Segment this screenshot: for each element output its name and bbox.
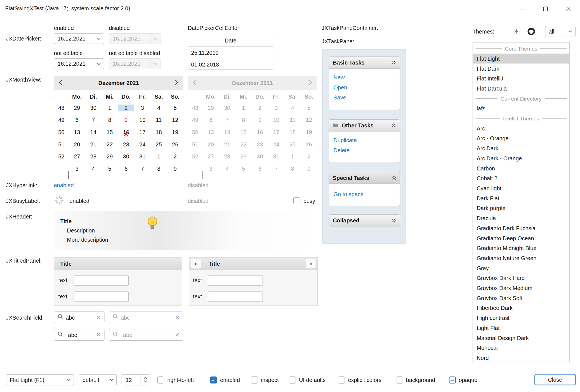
calendar-day[interactable]: 27 bbox=[69, 153, 85, 160]
theme-list-item[interactable]: High contrast bbox=[473, 313, 569, 323]
clear-icon[interactable]: ✕ bbox=[175, 331, 180, 338]
checkbox-enabled[interactable]: ✓enabled bbox=[210, 376, 240, 383]
theme-list-item[interactable]: Flat IntelliJ bbox=[473, 73, 569, 84]
task-link[interactable]: Open bbox=[334, 82, 395, 92]
calendar-day[interactable]: 11 bbox=[150, 117, 167, 123]
calendar-day[interactable]: 19 bbox=[167, 129, 183, 135]
taskpane-collapsed-header[interactable]: Collapsed bbox=[329, 214, 400, 227]
next-button[interactable]: > bbox=[306, 259, 316, 269]
theme-list-item[interactable]: Dark purple bbox=[473, 203, 569, 213]
calendar-day[interactable]: 18 bbox=[150, 129, 167, 135]
clear-icon[interactable]: ✕ bbox=[175, 314, 180, 321]
calendar-day[interactable]: 3 bbox=[69, 165, 85, 172]
calendar-day[interactable]: 12 bbox=[167, 117, 183, 123]
checkbox-box[interactable] bbox=[289, 376, 296, 383]
checkbox-inspect[interactable]: inspect bbox=[251, 376, 279, 383]
checkbox-box[interactable]: ✓ bbox=[210, 376, 217, 383]
text-input[interactable] bbox=[74, 291, 129, 302]
datepicker-not-editable[interactable]: 16.12.2021 bbox=[54, 58, 104, 69]
checkbox-box[interactable] bbox=[338, 376, 345, 383]
calendar-day[interactable]: 2 bbox=[118, 104, 134, 111]
calendar-day[interactable]: 29 bbox=[102, 153, 118, 160]
table-row[interactable]: 01.02.2018 bbox=[188, 58, 273, 70]
text-input[interactable] bbox=[74, 275, 129, 286]
task-link[interactable]: Go to space bbox=[334, 188, 395, 199]
calendar-day[interactable]: 28 bbox=[85, 153, 101, 160]
collapse-icon[interactable] bbox=[392, 176, 396, 180]
calendar-day[interactable]: 9 bbox=[167, 165, 183, 172]
calendar-day[interactable]: 4 bbox=[150, 104, 167, 111]
theme-list-item[interactable]: Gradianto Nature Green bbox=[473, 253, 569, 263]
prev-month-icon[interactable] bbox=[59, 80, 62, 86]
taskpane-special-header[interactable]: Special Tasks bbox=[329, 172, 400, 184]
calendar-day[interactable]: 17 bbox=[134, 129, 150, 135]
clear-icon[interactable]: ✕ bbox=[96, 331, 101, 338]
theme-list-item[interactable]: Dark Flat bbox=[473, 193, 569, 203]
theme-list-item[interactable]: Arc - Orange bbox=[473, 133, 569, 143]
maximize-button[interactable] bbox=[534, 0, 557, 18]
close-button[interactable]: Close bbox=[534, 374, 576, 385]
theme-list-item[interactable]: Light Flat bbox=[473, 323, 569, 333]
checkbox-explicit-colors[interactable]: explicit colors bbox=[338, 376, 382, 383]
theme-list-item[interactable]: Gradianto Deep Ocean bbox=[473, 233, 569, 243]
theme-list-item[interactable]: Gradianto Dark Fuchsia bbox=[473, 223, 569, 233]
checkbox-box[interactable] bbox=[157, 376, 164, 383]
checkbox-opaque[interactable]: opaque bbox=[449, 376, 477, 383]
chevron-down-icon[interactable] bbox=[94, 59, 104, 69]
checkbox-ui-defaults[interactable]: UI defaults bbox=[289, 376, 326, 383]
theme-list-item[interactable]: Gray bbox=[473, 263, 569, 273]
calendar-day[interactable]: 31 bbox=[134, 153, 150, 160]
chevron-up-icon[interactable] bbox=[144, 377, 147, 379]
chevron-down-icon[interactable] bbox=[64, 375, 74, 385]
checkbox-right-to-left[interactable]: right-to-left bbox=[157, 376, 194, 383]
taskpane-other-header[interactable]: Other Tasks bbox=[329, 119, 400, 132]
calendar-day[interactable]: 1 bbox=[102, 104, 118, 111]
theme-list-item[interactable]: Gradianto Midnight Blue bbox=[473, 243, 569, 253]
search-field-with-menu[interactable]: abc ✕ bbox=[54, 329, 105, 341]
task-link[interactable]: Save bbox=[334, 92, 395, 103]
clear-icon[interactable]: ✕ bbox=[96, 314, 101, 321]
calendar-day[interactable]: 21 bbox=[85, 141, 101, 147]
calendar-day[interactable]: 5 bbox=[102, 165, 118, 172]
calendar-day[interactable]: 1 bbox=[150, 153, 167, 160]
taskpane-basic-header[interactable]: Basic Tasks bbox=[329, 56, 400, 69]
search-placeholder[interactable]: abc bbox=[123, 332, 132, 338]
next-month-icon[interactable] bbox=[175, 80, 178, 86]
checkbox-background[interactable]: background bbox=[396, 376, 435, 383]
theme-list-item[interactable]: Cyan light bbox=[473, 183, 569, 193]
calendar-day[interactable]: 24 bbox=[134, 141, 150, 147]
calendar-day[interactable]: 30 bbox=[85, 104, 101, 111]
calendar-day[interactable]: 6 bbox=[69, 117, 85, 123]
calendar-day[interactable]: 26 bbox=[167, 141, 183, 147]
calendar-day[interactable]: 30 bbox=[118, 153, 134, 160]
hyperlink-enabled[interactable]: enabled bbox=[54, 182, 74, 188]
theme-list-item[interactable]: Gruvbox Dark Hard bbox=[473, 273, 569, 283]
calendar-day[interactable]: 4 bbox=[85, 165, 101, 172]
text-input[interactable] bbox=[208, 275, 263, 286]
search-field-with-menu-placeholder[interactable]: abc ✕ bbox=[109, 329, 183, 341]
close-window-button[interactable] bbox=[557, 0, 580, 18]
theme-list-item[interactable]: Arc bbox=[473, 123, 569, 134]
calendar-day[interactable]: 7 bbox=[85, 117, 101, 123]
calendar-day[interactable]: 25 bbox=[150, 141, 167, 147]
calendar-day[interactable]: 13 bbox=[69, 129, 85, 135]
calendar-day[interactable]: 10 bbox=[134, 117, 150, 123]
calendar-day[interactable]: 23 bbox=[118, 141, 134, 147]
table-row[interactable]: 25.11.2019 bbox=[188, 47, 273, 58]
datepicker-enabled[interactable]: 16.12.2021 bbox=[54, 33, 104, 44]
theme-list-item[interactable]: Flat Light bbox=[473, 54, 569, 64]
checkbox-box[interactable] bbox=[293, 197, 300, 204]
theme-list-item[interactable]: Flat Dark bbox=[473, 63, 569, 73]
calendar-day[interactable]: 2 bbox=[167, 153, 183, 160]
task-link[interactable]: New bbox=[334, 72, 395, 82]
calendar-day[interactable]: 8 bbox=[150, 165, 167, 172]
calendar-day[interactable]: 22 bbox=[102, 141, 118, 147]
minimize-button[interactable] bbox=[511, 0, 534, 18]
calendar-day[interactable]: 7 bbox=[134, 165, 150, 172]
theme-list-item[interactable]: Flat Darcula bbox=[473, 84, 569, 94]
theme-list-item[interactable]: Cobalt 2 bbox=[473, 173, 569, 183]
theme-list-item[interactable]: Gruvbox Dark Soft bbox=[473, 293, 569, 303]
search-menu-icon[interactable] bbox=[58, 331, 65, 338]
chevron-down-icon[interactable] bbox=[144, 380, 147, 383]
search-text[interactable]: abc bbox=[66, 314, 75, 320]
